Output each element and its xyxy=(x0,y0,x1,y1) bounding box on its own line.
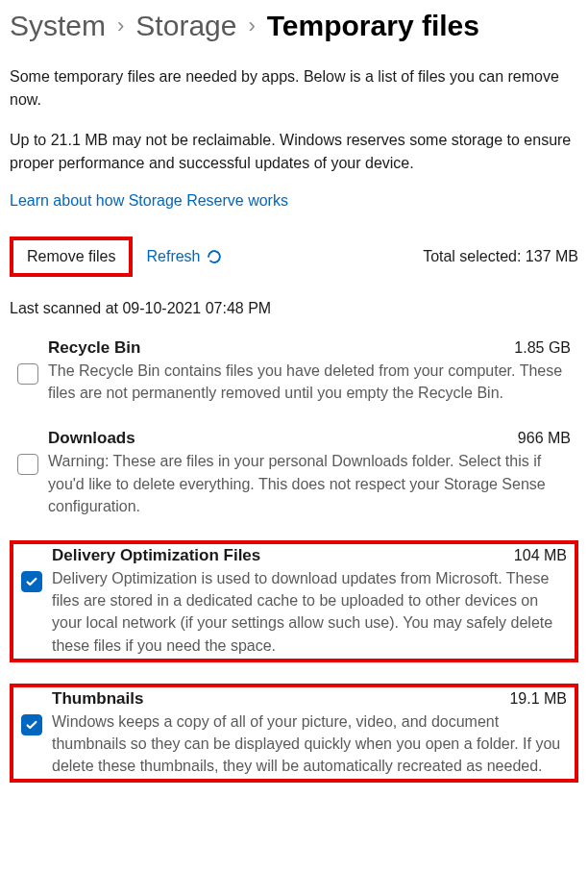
intro-paragraph-1: Some temporary files are needed by apps.… xyxy=(10,65,578,112)
chevron-right-icon: › xyxy=(248,13,255,38)
file-item: Thumbnails19.1 MBWindows keeps a copy of… xyxy=(10,684,578,784)
file-title: Downloads xyxy=(48,429,135,448)
file-description: Warning: These are files in your persona… xyxy=(48,450,571,517)
file-title: Delivery Optimization Files xyxy=(52,546,260,565)
check-icon xyxy=(25,718,38,732)
last-scanned: Last scanned at 09-10-2021 07:48 PM xyxy=(10,300,578,317)
file-size: 104 MB xyxy=(514,547,567,564)
file-content: Delivery Optimization Files104 MBDeliver… xyxy=(52,546,567,657)
action-row: Remove files Refresh Total selected: 137… xyxy=(10,237,578,277)
chevron-right-icon: › xyxy=(117,13,124,38)
file-item: Delivery Optimization Files104 MBDeliver… xyxy=(10,540,578,662)
intro-paragraph-2: Up to 21.1 MB may not be reclaimable. Wi… xyxy=(10,129,578,175)
learn-link[interactable]: Learn about how Storage Reserve works xyxy=(10,192,288,210)
file-checkbox[interactable] xyxy=(17,363,38,385)
breadcrumb-system[interactable]: System xyxy=(10,10,106,42)
file-title: Recycle Bin xyxy=(48,338,140,358)
breadcrumb: System › Storage › Temporary files xyxy=(10,10,578,42)
refresh-button[interactable]: Refresh xyxy=(146,248,221,265)
file-description: Windows keeps a copy of all of your pict… xyxy=(52,710,567,778)
highlight-remove: Remove files xyxy=(10,237,133,277)
refresh-label: Refresh xyxy=(146,248,200,265)
file-checkbox[interactable] xyxy=(21,571,42,592)
file-content: Recycle Bin1.85 GBThe Recycle Bin contai… xyxy=(48,338,571,404)
file-list: Recycle Bin1.85 GBThe Recycle Bin contai… xyxy=(10,336,578,783)
file-size: 966 MB xyxy=(518,430,571,447)
file-size: 1.85 GB xyxy=(514,339,571,357)
file-content: Downloads966 MBWarning: These are files … xyxy=(48,429,571,517)
check-icon xyxy=(25,575,38,588)
file-size: 19.1 MB xyxy=(509,690,567,708)
file-description: Delivery Optimization is used to downloa… xyxy=(52,567,567,657)
file-description: The Recycle Bin contains files you have … xyxy=(48,360,571,404)
remove-files-button[interactable]: Remove files xyxy=(13,240,129,273)
file-content: Thumbnails19.1 MBWindows keeps a copy of… xyxy=(52,689,567,778)
file-checkbox[interactable] xyxy=(21,714,42,735)
file-title: Thumbnails xyxy=(52,689,143,709)
file-item: Downloads966 MBWarning: These are files … xyxy=(10,427,578,519)
page-title: Temporary files xyxy=(267,10,479,42)
file-item: Recycle Bin1.85 GBThe Recycle Bin contai… xyxy=(10,336,578,406)
file-checkbox[interactable] xyxy=(17,454,38,475)
total-selected: Total selected: 137 MB xyxy=(423,248,578,265)
refresh-icon xyxy=(207,249,222,264)
breadcrumb-storage[interactable]: Storage xyxy=(135,10,236,42)
